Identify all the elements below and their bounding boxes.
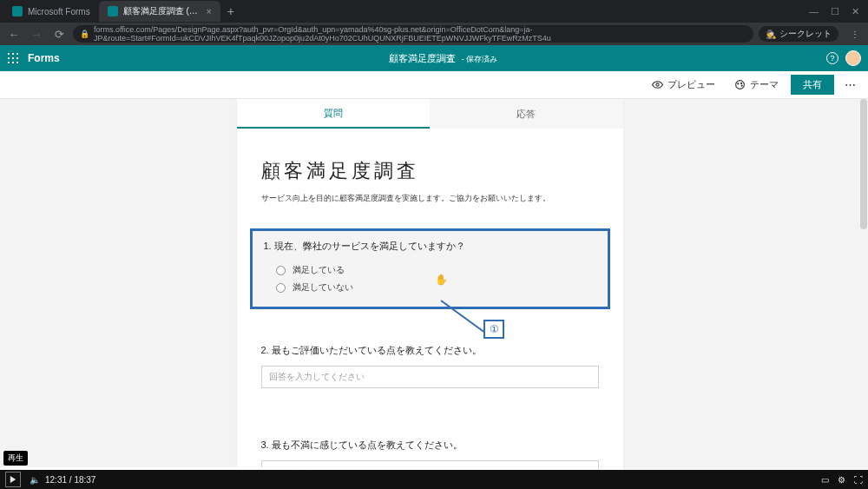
svg-point-9: [656, 83, 659, 86]
svg-rect-4: [12, 57, 14, 59]
question-1-option-2[interactable]: 満足していない: [264, 279, 596, 296]
eye-icon: [652, 79, 663, 90]
share-label: 共有: [803, 79, 822, 89]
new-tab-button[interactable]: +: [220, 4, 241, 18]
volume-icon[interactable]: 🔈: [30, 475, 40, 485]
browser-chrome: Microsoft Forms 顧客満足度調査 (編集) Microsoft ×…: [0, 0, 868, 45]
incognito-chip[interactable]: 🕵️ シークレット: [759, 26, 838, 42]
close-window-icon[interactable]: ✕: [852, 6, 859, 17]
replay-badge[interactable]: 再生: [3, 451, 28, 466]
svg-marker-14: [10, 476, 16, 483]
settings-icon[interactable]: ⚙: [838, 475, 845, 485]
radio-icon: [276, 283, 286, 293]
total-time: 18:37: [74, 475, 95, 485]
command-bar: プレビュー テーマ 共有 ⋯: [0, 71, 868, 99]
question-2-title: 2. 最もご評価いただいている点を教えてください。: [261, 344, 599, 357]
lock-icon: 🔒: [80, 30, 89, 38]
form-subtitle[interactable]: サービス向上を目的に顧客満足度調査を実施します。ご協力をお願いいたします。: [261, 193, 599, 204]
window-controls: — ☐ ✕: [800, 6, 868, 17]
svg-rect-0: [8, 53, 10, 55]
svg-rect-8: [16, 62, 18, 63]
share-button[interactable]: 共有: [791, 75, 834, 95]
reload-button[interactable]: ⟳: [50, 25, 68, 43]
question-1[interactable]: 1. 現在、弊社のサービスを満足していますか？ 満足している 満足していない: [250, 228, 610, 309]
tab-responses[interactable]: 応答: [430, 99, 623, 129]
option-label: 満足していない: [293, 281, 353, 294]
question-2-input[interactable]: 回答を入力してください: [261, 366, 599, 388]
question-2[interactable]: 2. 最もご評価いただいている点を教えてください。 回答を入力してください: [250, 335, 610, 399]
tab-strip: Microsoft Forms 顧客満足度調査 (編集) Microsoft ×…: [0, 0, 868, 23]
doc-title: 顧客満足度調査: [389, 53, 456, 63]
question-3[interactable]: 3. 最も不満に感じている点を教えてください。 回答を入力してください: [250, 430, 610, 470]
app-name[interactable]: Forms: [28, 52, 60, 64]
avatar[interactable]: [845, 50, 861, 66]
more-button[interactable]: ⋯: [839, 75, 861, 95]
svg-rect-1: [12, 53, 14, 55]
svg-point-12: [741, 83, 742, 83]
current-time: 12:31: [45, 475, 67, 485]
svg-rect-5: [16, 57, 18, 59]
svg-point-10: [736, 81, 745, 89]
svg-point-11: [738, 83, 739, 84]
toolbar: ← → ⟳ 🔒 forms.office.com/Pages/DesignPag…: [0, 23, 868, 45]
question-3-title: 3. 最も不満に感じている点を教えてください。: [261, 439, 599, 452]
preview-label: プレビュー: [667, 78, 715, 91]
video-player-bar: 🔈 12:31 / 18:37 ▭ ⚙ ⛶: [0, 470, 868, 489]
help-icon[interactable]: ?: [826, 52, 838, 64]
form-title[interactable]: 顧客満足度調査: [261, 158, 599, 184]
time-display: 12:31 / 18:37: [45, 475, 95, 485]
favicon-icon: [12, 6, 23, 17]
incognito-icon: 🕵️: [766, 30, 776, 39]
browser-menu-button[interactable]: ⋮: [847, 30, 863, 39]
form-card: 質問 応答 顧客満足度調査 サービス向上を目的に顧客満足度調査を実施します。ご協…: [237, 99, 623, 470]
canvas: 質問 応答 顧客満足度調査 サービス向上を目的に顧客満足度調査を実施します。ご協…: [0, 99, 859, 470]
fullscreen-icon[interactable]: ⛶: [854, 475, 863, 485]
theme-label: テーマ: [750, 78, 779, 91]
tab-title: 顧客満足度調査 (編集) Microsoft: [123, 5, 201, 17]
close-icon[interactable]: ×: [207, 7, 212, 17]
play-button[interactable]: [5, 472, 21, 487]
maximize-icon[interactable]: ☐: [831, 6, 839, 17]
address-bar[interactable]: 🔒 forms.office.com/Pages/DesignPage.aspx…: [73, 25, 753, 43]
question-1-option-1[interactable]: 満足している: [264, 261, 596, 279]
callout-marker: ①: [483, 320, 504, 339]
subtitles-icon[interactable]: ▭: [821, 475, 829, 485]
incognito-label: シークレット: [779, 28, 832, 40]
preview-button[interactable]: プレビュー: [645, 75, 722, 95]
svg-point-13: [741, 85, 742, 86]
svg-rect-6: [8, 62, 10, 63]
doc-title-area[interactable]: 顧客満足度調査 - 保存済み: [60, 52, 826, 65]
scrollbar-thumb[interactable]: [860, 99, 867, 229]
svg-rect-3: [8, 57, 10, 59]
app-body: プレビュー テーマ 共有 ⋯ 質問 応答 顧客満足度調査 サービス向上を目的に顧…: [0, 71, 868, 470]
svg-rect-7: [12, 62, 14, 63]
browser-tab-2[interactable]: 顧客満足度調査 (編集) Microsoft ×: [99, 1, 220, 22]
url-text: forms.office.com/Pages/DesignPage.aspx?a…: [94, 25, 746, 43]
theme-button[interactable]: テーマ: [727, 75, 786, 95]
favicon-icon: [108, 6, 118, 17]
card-tabs: 質問 応答: [237, 99, 623, 129]
callout-label: ①: [490, 323, 499, 335]
back-button[interactable]: ←: [5, 25, 23, 43]
palette-icon: [734, 79, 746, 90]
option-label: 満足している: [293, 264, 345, 276]
minimize-icon[interactable]: —: [809, 6, 819, 17]
question-1-title: 1. 現在、弊社のサービスを満足していますか？: [264, 240, 596, 253]
forms-app-bar: Forms 顧客満足度調査 - 保存済み ?: [0, 45, 868, 71]
tab-questions[interactable]: 質問: [237, 99, 431, 129]
app-launcher-button[interactable]: [0, 53, 26, 63]
browser-tab-1[interactable]: Microsoft Forms: [3, 1, 99, 22]
vertical-scrollbar[interactable]: [859, 99, 868, 470]
forward-button[interactable]: →: [28, 25, 45, 43]
cursor-icon: ✋: [435, 274, 448, 286]
toolbar-right: 🕵️ シークレット ⋮: [759, 26, 863, 42]
tab-title: Microsoft Forms: [28, 7, 90, 17]
placeholder-text: 回答を入力してください: [269, 371, 365, 383]
save-state: - 保存済み: [462, 55, 498, 63]
tab-responses-label: 応答: [516, 108, 536, 121]
svg-rect-2: [16, 53, 18, 55]
radio-icon: [276, 266, 286, 275]
tab-questions-label: 質問: [324, 107, 343, 120]
